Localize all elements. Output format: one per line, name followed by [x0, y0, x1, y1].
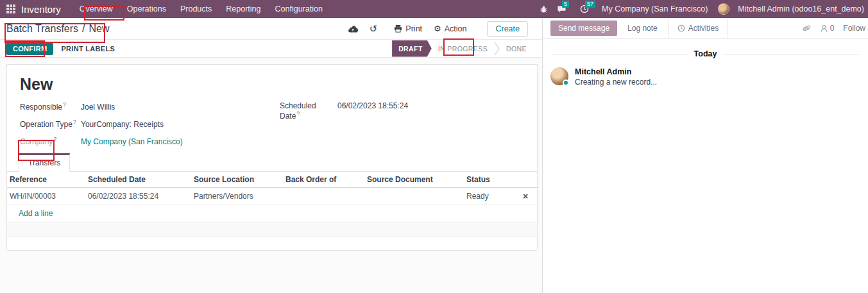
message-avatar[interactable] [550, 67, 568, 85]
save-cloud-icon[interactable] [348, 25, 358, 33]
notebook: Transfers Reference Scheduled Date Sourc… [7, 153, 537, 251]
field-responsible: Responsible? Joel Willis [20, 101, 537, 112]
activities-button[interactable]: Activities [668, 18, 728, 38]
field-scheduled-date-label: Scheduled Date? [280, 101, 336, 121]
follow-button[interactable]: Follow [843, 24, 865, 33]
cell-source-document[interactable] [364, 188, 464, 205]
odoo-inventory-page: Inventory Overview Operations Products R… [0, 0, 868, 293]
online-status-dot [563, 80, 569, 86]
col-reference[interactable]: Reference [7, 172, 85, 188]
gear-icon: ⚙ [434, 24, 441, 33]
top-navbar: Inventory Overview Operations Products R… [0, 0, 868, 18]
date-divider-label: Today [694, 49, 717, 58]
help-icon: ? [73, 119, 76, 125]
add-a-line-link[interactable]: Add a line [7, 205, 537, 223]
nav-item-reporting[interactable]: Reporting [219, 0, 268, 18]
status-done[interactable]: DONE [500, 45, 533, 53]
tab-strip: Transfers [7, 153, 537, 172]
field-company-value[interactable]: My Company (San Francisco) [81, 137, 183, 146]
cell-reference[interactable]: WH/IN/00003 [7, 188, 85, 205]
empty-table-row [7, 237, 537, 251]
user-avatar[interactable] [718, 3, 729, 15]
record-title: New [7, 65, 537, 101]
control-panel: Batch Transfers / New ↺ Print ⚙ Ac [0, 18, 542, 40]
cell-source-location[interactable]: Partners/Vendors [191, 188, 283, 205]
create-button[interactable]: Create [487, 21, 528, 37]
col-scheduled-date[interactable]: Scheduled Date [85, 172, 191, 188]
messages-icon[interactable]: 5 [554, 3, 568, 15]
followers-button[interactable]: 0 [820, 24, 835, 33]
delete-row-icon[interactable]: × [513, 188, 538, 205]
activities-label: Activities [688, 24, 719, 33]
action-label: Action [445, 24, 467, 33]
help-icon: ? [296, 110, 300, 117]
table-row[interactable]: WH/IN/00003 06/02/2023 18:55:24 Partners… [7, 188, 538, 205]
breadcrumb: Batch Transfers / New [6, 23, 110, 35]
nav-systray: 5 57 My Company (San Francisco) Mitchell… [536, 3, 868, 15]
message-text: Creating a new record... [575, 78, 657, 87]
cell-status[interactable]: Ready [464, 188, 513, 205]
action-button[interactable]: ⚙ Action [434, 24, 466, 33]
printer-icon [394, 24, 402, 33]
breadcrumb-parent[interactable]: Batch Transfers [6, 23, 78, 35]
activities-badge: 57 [585, 1, 595, 8]
app-name[interactable]: Inventory [21, 4, 61, 15]
message-author[interactable]: Mitchell Admin [575, 67, 657, 76]
col-actions [513, 172, 538, 188]
clock-icon [677, 24, 685, 32]
apps-grid-icon[interactable] [6, 4, 15, 13]
date-divider: Today [552, 49, 859, 58]
cell-scheduled-date[interactable]: 06/02/2023 18:55:24 [85, 188, 191, 205]
field-company-label: Company? [20, 136, 80, 146]
user-menu[interactable]: Mitchell Admin (odoo16_ent_demo) [733, 4, 867, 13]
discard-undo-icon[interactable]: ↺ [370, 24, 378, 33]
nav-item-products[interactable]: Products [173, 0, 219, 18]
nav-item-configuration[interactable]: Configuration [268, 0, 330, 18]
print-button[interactable]: Print [394, 24, 422, 33]
paperclip-icon[interactable] [803, 24, 811, 33]
table-header-row: Reference Scheduled Date Source Location… [7, 172, 538, 188]
field-operation-type-value[interactable]: YourCompany: Receipts [81, 120, 164, 129]
status-draft[interactable]: DRAFT [392, 40, 432, 57]
messages-badge: 5 [562, 1, 569, 8]
field-scheduled-date-value[interactable]: 06/02/2023 18:55:24 [337, 101, 408, 110]
field-operation-type-label: Operation Type? [20, 119, 80, 129]
statusbar: DRAFT IN PROGRESS DONE [392, 40, 533, 57]
transfers-table: Reference Scheduled Date Source Location… [7, 172, 538, 205]
company-switcher[interactable]: My Company (San Francisco) [595, 4, 714, 13]
help-icon: ? [53, 136, 56, 142]
print-labels-button[interactable]: PRINT LABELS [53, 42, 123, 55]
field-operation-type: Operation Type? YourCompany: Receipts [20, 119, 537, 129]
form-header-bar: CONFIRM PRINT LABELS DRAFT IN PROGRESS D… [0, 40, 542, 58]
status-in-progress[interactable]: IN PROGRESS [432, 45, 494, 53]
field-scheduled-date: Scheduled Date? 06/02/2023 18:55:24 [280, 101, 408, 121]
breadcrumb-separator: / [82, 23, 85, 35]
col-back-order-of[interactable]: Back Order of [283, 172, 364, 188]
tab-transfers[interactable]: Transfers [19, 153, 70, 172]
help-icon: ? [63, 101, 66, 108]
form-sheet: New Responsible? Joel Willis Operation T… [6, 64, 538, 249]
cell-back-order-of[interactable] [283, 188, 364, 205]
nav-item-operations[interactable]: Operations [120, 0, 173, 18]
field-company: Company? My Company (San Francisco) [20, 136, 537, 146]
chatter-topbar-right: 0 Follow [803, 18, 868, 38]
main-panel: Batch Transfers / New ↺ Print ⚙ Ac [0, 18, 543, 293]
col-source-location[interactable]: Source Location [191, 172, 283, 188]
send-message-button[interactable]: Send message [550, 21, 617, 36]
col-source-document[interactable]: Source Document [364, 172, 464, 188]
person-icon [820, 24, 828, 33]
confirm-button[interactable]: CONFIRM [6, 42, 53, 55]
followers-count: 0 [830, 24, 835, 33]
log-note-button[interactable]: Log note [617, 18, 668, 38]
col-status[interactable]: Status [464, 172, 513, 188]
nav-menu: Overview Operations Products Reporting C… [72, 0, 330, 18]
activities-clock-icon[interactable]: 57 [577, 3, 591, 15]
nav-item-overview[interactable]: Overview [72, 0, 120, 18]
breadcrumb-current: New [89, 23, 110, 35]
bug-icon[interactable] [536, 3, 550, 15]
field-responsible-label: Responsible? [20, 101, 80, 112]
chatter-panel: Send message Log note Activities 0 [543, 18, 868, 293]
chevron-right-icon [494, 42, 500, 56]
field-responsible-value[interactable]: Joel Willis [81, 103, 115, 112]
app-switcher[interactable]: Inventory [0, 4, 69, 15]
